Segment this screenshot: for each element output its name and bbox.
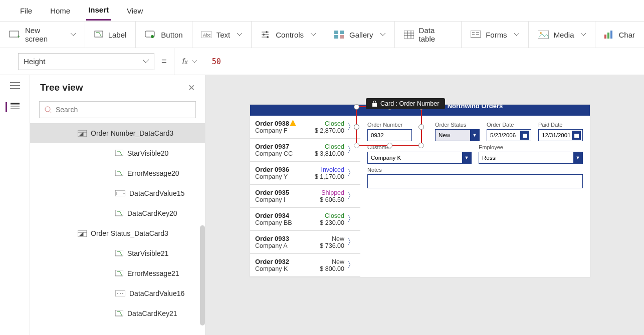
svg-point-9 xyxy=(267,36,269,38)
company-name: Company CC xyxy=(255,150,315,157)
svg-point-33 xyxy=(122,293,123,294)
input-notes[interactable] xyxy=(367,174,583,188)
order-id: Order 0938 xyxy=(255,120,315,127)
order-id: Order 0933 xyxy=(255,235,320,242)
ribbon-data-table[interactable]: Data table xyxy=(395,22,462,48)
tree-search[interactable] xyxy=(39,101,196,118)
order-id: Order 0935 xyxy=(255,189,320,196)
ribbon-label[interactable]: Label xyxy=(85,22,136,48)
chevron-down-icon: ▼ xyxy=(573,152,582,164)
gallery-item[interactable]: Order 0938Company FClosed$ 2,870.00〉 xyxy=(250,116,360,139)
expand-icon[interactable]: ◢ xyxy=(79,130,83,137)
tree-node-card[interactable]: ◢Order Number_DataCard3 xyxy=(30,123,205,143)
tree-node-label: ErrorMessage21 xyxy=(127,269,179,277)
ribbon-media[interactable]: Media xyxy=(529,22,596,48)
svg-rect-35 xyxy=(372,103,377,107)
tree-node-item[interactable]: ErrorMessage21 xyxy=(30,263,205,283)
order-amount: $ 3,810.00 xyxy=(315,150,344,157)
chevron-right-icon: 〉 xyxy=(347,168,355,178)
tree-node-label: Order Number_DataCard3 xyxy=(91,129,173,137)
scrollbar[interactable] xyxy=(200,225,205,325)
control-icon xyxy=(115,290,125,296)
svg-point-17 xyxy=(540,32,542,34)
label-icon xyxy=(94,31,103,39)
gallery-item[interactable]: Order 0936Company YInvoiced$ 1,170.00〉 xyxy=(250,162,360,185)
order-id: Order 0934 xyxy=(255,212,320,219)
gallery-item[interactable]: Order 0934Company BBClosed$ 230.00〉 xyxy=(250,208,360,231)
menu-bar: File Home Insert View xyxy=(0,0,644,21)
tree-node-item[interactable]: StarVisible20 xyxy=(30,143,205,163)
input-order-date[interactable]: 5/23/2006 xyxy=(487,129,531,141)
svg-rect-20 xyxy=(610,31,612,39)
search-icon xyxy=(45,106,52,114)
select-employee[interactable]: Rossi▼ xyxy=(479,152,583,164)
tree-node-label: DataCardKey20 xyxy=(127,209,177,217)
text-icon: Abc xyxy=(201,31,211,38)
gallery-item[interactable]: Order 0932Company KNew$ 800.00〉 xyxy=(250,254,360,277)
order-id: Order 0937 xyxy=(255,143,315,150)
selection-tooltip: Card : Order Number xyxy=(366,98,445,109)
formula-input[interactable]: 50 xyxy=(212,57,221,66)
menu-view[interactable]: View xyxy=(125,2,145,20)
gallery-item[interactable]: Order 0937Company CCClosed$ 3,810.00〉 xyxy=(250,139,360,162)
menu-file[interactable]: File xyxy=(18,2,34,20)
ribbon-forms[interactable]: Forms xyxy=(462,22,529,48)
caret-down-icon xyxy=(581,33,586,36)
caret-down-icon xyxy=(237,33,242,36)
ribbon: + New screen Label Button Abc Text Contr… xyxy=(0,21,644,48)
hamburger-icon[interactable] xyxy=(10,82,20,91)
tree-node-item[interactable]: DataCardKey21 xyxy=(30,303,205,323)
svg-rect-16 xyxy=(538,31,549,39)
selection-outline xyxy=(356,106,422,146)
calendar-icon xyxy=(520,131,529,140)
select-customer[interactable]: Company K▼ xyxy=(367,152,472,164)
chevron-right-icon: 〉 xyxy=(347,191,355,201)
property-selector[interactable]: Height xyxy=(18,53,154,70)
equals-label: = xyxy=(161,56,167,67)
tree-node-item[interactable]: DataCardValue15 xyxy=(30,183,205,203)
control-icon xyxy=(115,150,123,157)
order-status: New xyxy=(320,235,344,242)
ribbon-new-screen[interactable]: + New screen xyxy=(0,22,85,48)
svg-point-8 xyxy=(263,34,265,36)
gallery-item[interactable]: Order 0935Company IShipped$ 606.50〉 xyxy=(250,185,360,208)
svg-rect-11 xyxy=(340,31,344,34)
tree-node-item[interactable]: DataCardKey20 xyxy=(30,203,205,223)
tree-view-icon[interactable] xyxy=(6,102,20,112)
close-icon[interactable]: ✕ xyxy=(188,83,195,93)
menu-home[interactable]: Home xyxy=(48,2,72,20)
chevron-down-icon: ▼ xyxy=(462,152,471,164)
search-input[interactable] xyxy=(56,106,190,114)
tree-node-card[interactable]: ◢Order Status_DataCard3 xyxy=(30,223,205,243)
input-paid-date[interactable]: 12/31/2001 xyxy=(538,129,583,141)
company-name: Company A xyxy=(255,242,320,249)
ribbon-gallery[interactable]: Gallery xyxy=(325,22,395,48)
caret-down-icon xyxy=(192,60,197,63)
gallery-item[interactable]: Order 0933Company ANew$ 736.00〉 xyxy=(250,231,360,254)
control-icon xyxy=(115,270,123,277)
expand-icon[interactable]: ◢ xyxy=(79,230,83,237)
menu-insert[interactable]: Insert xyxy=(86,1,111,21)
forms-icon xyxy=(471,31,481,39)
ribbon-chart[interactable]: Char xyxy=(595,22,644,48)
fx-button[interactable]: fx xyxy=(174,48,205,75)
svg-rect-13 xyxy=(340,35,344,39)
control-icon xyxy=(115,250,123,257)
tree-node-item[interactable]: ErrorMessage20 xyxy=(30,163,205,183)
tree-node-item[interactable]: StarVisible21 xyxy=(30,243,205,263)
ribbon-text[interactable]: Abc Text xyxy=(192,22,252,48)
select-order-status[interactable]: New▼ xyxy=(435,129,480,141)
svg-rect-23 xyxy=(115,150,123,156)
company-name: Company I xyxy=(255,196,320,203)
ribbon-button[interactable]: Button xyxy=(136,22,192,48)
svg-rect-29 xyxy=(115,270,123,276)
svg-rect-24 xyxy=(115,170,123,176)
company-name: Company Y xyxy=(255,173,315,180)
svg-rect-37 xyxy=(574,134,579,138)
tree-node-item[interactable]: DataCardValue16 xyxy=(30,283,205,303)
ribbon-controls[interactable]: Controls xyxy=(252,22,325,48)
svg-rect-14 xyxy=(404,31,414,39)
tree-node-label: StarVisible21 xyxy=(127,249,168,257)
chevron-down-icon: ▼ xyxy=(470,129,479,141)
control-icon xyxy=(115,170,123,177)
